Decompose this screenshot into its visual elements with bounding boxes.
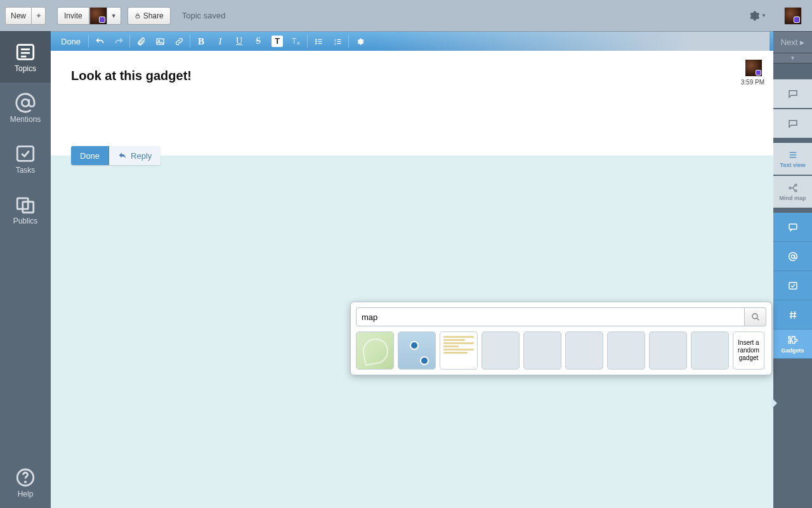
invite-button[interactable]: Invite <box>57 7 89 25</box>
share-label: Share <box>143 11 164 20</box>
gadget-tile[interactable] <box>356 331 394 370</box>
next-button[interactable]: Next ▶ <box>773 32 812 53</box>
right-comments-button[interactable] <box>773 213 812 242</box>
hash-icon <box>787 309 799 321</box>
right-mentions-button[interactable] <box>773 242 812 271</box>
bullet-list-icon <box>314 37 324 46</box>
chat-panel-button-1[interactable] <box>773 79 812 108</box>
redo-icon <box>114 37 124 46</box>
svg-point-14 <box>789 187 791 189</box>
post-author-avatar[interactable] <box>745 60 762 76</box>
right-tags-button[interactable] <box>773 300 812 330</box>
svg-rect-10 <box>136 15 140 18</box>
publics-icon <box>15 194 36 215</box>
gadget-results: Insert a random gadget <box>356 331 766 370</box>
sidebar-item-topics[interactable]: Topics <box>0 32 51 83</box>
search-icon <box>750 312 761 322</box>
tasks-icon <box>15 143 36 164</box>
gadget-tile[interactable] <box>607 331 645 370</box>
gadget-tile[interactable] <box>649 331 687 370</box>
right-gadgets-button[interactable]: Gadgets <box>773 330 812 359</box>
gadget-search-input[interactable] <box>356 307 745 326</box>
post[interactable]: Look at this gadget! 3:59 PM Done Reply <box>51 51 773 156</box>
svg-point-9 <box>25 481 25 482</box>
gadget-tile[interactable] <box>481 331 520 370</box>
mind-map-label: Mind map <box>780 195 806 201</box>
svg-point-4 <box>22 99 29 106</box>
post-reply-button[interactable]: Reply <box>108 146 160 165</box>
sidebar-item-help[interactable]: Help <box>0 457 51 508</box>
mind-map-button[interactable]: Mind map <box>773 176 812 208</box>
svg-point-26 <box>315 39 316 39</box>
participant-avatar[interactable] <box>89 7 107 25</box>
document-area: Look at this gadget! 3:59 PM Done Reply <box>51 51 773 508</box>
text-style-button[interactable]: T <box>268 32 287 51</box>
sidebar-item-label: Tasks <box>16 166 36 175</box>
text-view-button[interactable]: Text view <box>773 143 812 175</box>
gadgets-label: Gadgets <box>781 347 804 354</box>
link-button[interactable] <box>169 32 188 51</box>
sidebar-item-tasks[interactable]: Tasks <box>0 133 51 184</box>
gadget-tile[interactable] <box>691 331 729 370</box>
expand-toggle[interactable]: ▼ <box>773 53 812 64</box>
editor-toolbar: Done B I U S T T✕ 123 <box>51 32 773 51</box>
gadget-search-button[interactable] <box>745 307 766 326</box>
insert-random-gadget-button[interactable]: Insert a random gadget <box>733 331 764 370</box>
gadget-tile[interactable] <box>523 331 561 370</box>
new-button[interactable]: New <box>5 7 32 25</box>
right-sidebar: Next ▶ ▼ Text view Mind map Gadgets <box>773 0 812 508</box>
lock-icon <box>134 13 141 19</box>
settings-dropdown[interactable]: ▼ <box>748 7 767 25</box>
play-icon: ▶ <box>800 39 804 46</box>
gadget-tile[interactable] <box>440 331 478 370</box>
puzzle-icon <box>787 335 799 346</box>
attach-button[interactable] <box>131 32 150 51</box>
post-done-button[interactable]: Done <box>71 146 108 165</box>
paperclip-icon <box>136 37 146 46</box>
undo-button[interactable] <box>90 32 109 51</box>
clear-format-button[interactable]: T✕ <box>287 32 306 51</box>
bold-button[interactable]: B <box>192 32 211 51</box>
help-icon <box>15 467 36 488</box>
text-view-icon <box>787 149 799 161</box>
gadget-tile[interactable] <box>565 331 603 370</box>
current-user-avatar-wrap <box>773 0 812 32</box>
post-title[interactable]: Look at this gadget! <box>71 69 753 83</box>
ordered-list-icon: 123 <box>333 37 343 46</box>
participant-dropdown[interactable]: ▼ <box>107 7 121 25</box>
image-button[interactable] <box>150 32 169 51</box>
new-dropdown-button[interactable]: ✦ <box>32 7 46 25</box>
topics-icon <box>15 41 36 63</box>
reply-icon <box>118 151 127 160</box>
sidebar-item-label: Topics <box>15 64 36 73</box>
underline-button[interactable]: U <box>230 32 249 51</box>
more-format-button[interactable] <box>350 32 369 51</box>
number-list-button[interactable]: 123 <box>328 32 347 51</box>
svg-rect-5 <box>17 147 34 161</box>
redo-button[interactable] <box>109 32 128 51</box>
post-timestamp: 3:59 PM <box>741 79 764 86</box>
toolbar-done-button[interactable]: Done <box>55 32 87 51</box>
sidebar-item-label: Mentions <box>10 115 41 124</box>
right-tasks-button[interactable] <box>773 271 812 300</box>
chat-panel-button-2[interactable] <box>773 109 812 138</box>
new-topic-row: New ✦ <box>0 0 51 32</box>
share-button[interactable]: Share <box>128 7 171 25</box>
text-view-label: Text view <box>780 162 806 168</box>
bullet-list-button[interactable] <box>309 32 328 51</box>
post-actions: Done Reply <box>71 146 160 165</box>
sidebar-item-mentions[interactable]: Mentions <box>0 83 51 133</box>
svg-point-15 <box>795 184 797 186</box>
link-icon <box>174 37 184 46</box>
gear-small-icon <box>355 37 365 46</box>
sidebar-item-publics[interactable]: Publics <box>0 184 51 235</box>
italic-button[interactable]: I <box>211 32 230 51</box>
current-user-avatar[interactable] <box>784 7 802 25</box>
gadget-tile[interactable] <box>398 331 436 370</box>
gadget-search-row <box>356 307 766 326</box>
svg-text:3: 3 <box>334 43 336 46</box>
strike-button[interactable]: S <box>249 32 268 51</box>
mentions-icon <box>15 92 36 114</box>
next-label: Next <box>781 37 798 47</box>
left-sidebar: New ✦ Topics Mentions Tasks Publics Help <box>0 0 51 508</box>
